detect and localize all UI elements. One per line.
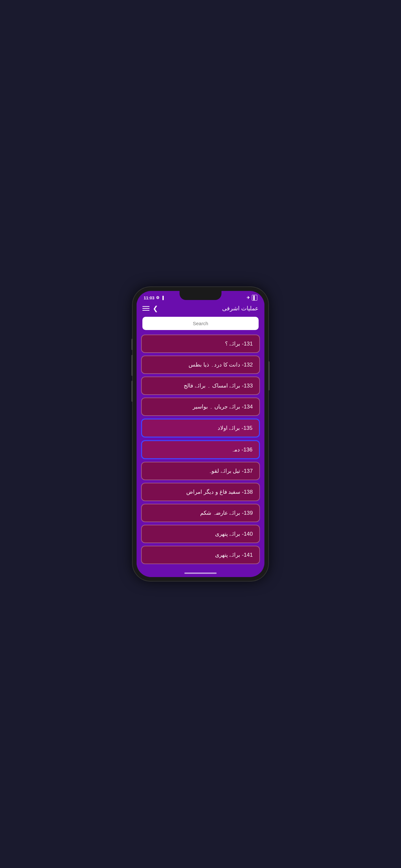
phone-screen: 11:03 ⚙ ▐ ✈ ▌ ❮ عملیات اشرفی xyxy=(136,291,265,577)
home-indicator xyxy=(136,569,265,577)
battery-icon: ▌ xyxy=(252,295,257,301)
list-item[interactable]: 134- برائے جریاں ۔ بواسیر xyxy=(141,398,260,416)
list-item[interactable]: 139- برائے عارضہ شکم xyxy=(141,504,260,522)
list-item[interactable]: 131- برائے ؟ xyxy=(141,335,260,353)
back-arrow-icon[interactable]: ❮ xyxy=(153,305,158,312)
gear-icon: ⚙ xyxy=(156,296,159,300)
app-header: ❮ عملیات اشرفی xyxy=(136,302,265,317)
phone-frame: 11:03 ⚙ ▐ ✈ ▌ ❮ عملیات اشرفی xyxy=(133,287,268,581)
list-item[interactable]: 141- برائے پتھری xyxy=(141,546,260,564)
list-item[interactable]: 140- برائے پتھری xyxy=(141,525,260,543)
status-right: ✈ ▌ xyxy=(247,295,257,301)
home-bar xyxy=(184,572,217,574)
time-display: 11:03 xyxy=(144,296,154,300)
list-item[interactable]: 136- دمہ xyxy=(141,440,260,459)
search-input[interactable] xyxy=(143,317,258,330)
airplane-icon: ✈ xyxy=(247,296,250,300)
list-item[interactable]: 137- تیل برائے لقوہ xyxy=(141,462,260,480)
page-title: عملیات اشرفی xyxy=(222,305,258,312)
list-item[interactable]: 135- برائے اولاد xyxy=(141,418,260,438)
search-container xyxy=(136,317,265,335)
list-item[interactable]: 138- سفید فاغ و دیگر امراض xyxy=(141,483,260,501)
signal-icon: ▐ xyxy=(161,296,164,300)
list-item[interactable]: 133- برائے امساک ۔ برائے فالج xyxy=(141,376,260,395)
menu-button[interactable] xyxy=(143,306,150,311)
status-left: 11:03 ⚙ ▐ xyxy=(144,296,164,300)
notch xyxy=(180,291,221,300)
list-item[interactable]: 132- دانت کا درد۔ ذیا بطس xyxy=(141,355,260,374)
list-container: 131- برائے ؟132- دانت کا درد۔ ذیا بطس133… xyxy=(136,335,265,569)
